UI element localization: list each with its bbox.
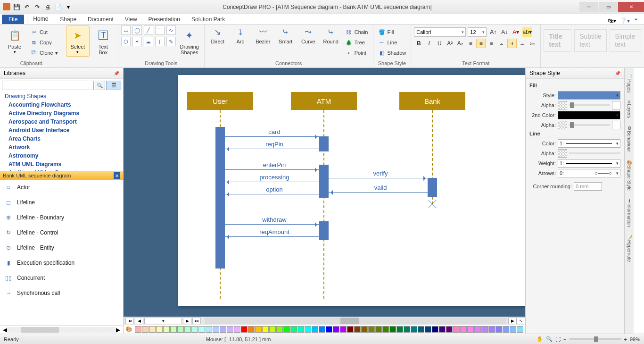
color-swatch[interactable] (206, 326, 212, 333)
color-swatch[interactable] (255, 326, 262, 333)
tree-item[interactable]: Aerospace and Transport (0, 117, 123, 126)
tool-star-icon[interactable]: ✶ (132, 37, 142, 46)
pan-icon[interactable]: ✋ (537, 336, 543, 342)
canvas[interactable]: User ATM Bank card reqPin enterPi (124, 68, 525, 317)
color-swatch[interactable] (361, 326, 368, 333)
side-tab-layers[interactable]: ≋Layers (626, 98, 633, 120)
arrows-combo[interactable]: 0:○───○ (558, 169, 620, 177)
font-family-combo[interactable]: Calibri (414, 27, 466, 37)
cut-button[interactable]: ✂Cut (28, 27, 60, 37)
store-icon[interactable]: 🛍▾ (608, 17, 616, 24)
tab-view[interactable]: View (119, 15, 143, 24)
connector-point[interactable]: •Point (343, 48, 370, 58)
color-swatch[interactable] (517, 326, 523, 333)
color-swatch[interactable] (283, 326, 290, 333)
second-color-combo[interactable] (558, 111, 620, 119)
line-weight-combo[interactable]: 1: (558, 159, 620, 168)
stencil-lifeline-entity[interactable]: ⊙Lifeline - Entity (0, 240, 123, 255)
color-swatch[interactable] (432, 326, 438, 333)
qat-save-icon[interactable]: 💾 (12, 3, 21, 11)
qat-copy-icon[interactable]: 📄 (54, 3, 62, 11)
msg-arrow[interactable] (225, 136, 319, 137)
close-section-icon[interactable]: ✕ (114, 172, 120, 179)
library-tree[interactable]: Drawing Shapes Accounting Flowcharts Act… (0, 92, 123, 171)
color-swatch[interactable] (290, 326, 297, 333)
left-hscroll[interactable]: ◀▶ (0, 325, 123, 334)
connector-tree[interactable]: 🌲Tree (343, 38, 370, 47)
stencil-lifeline-control[interactable]: ↻Lifeline - Control (0, 225, 123, 240)
side-tab-information[interactable]: ℹInformation (626, 196, 633, 229)
connector-curve[interactable]: ⤳Curve (298, 25, 319, 44)
color-swatch[interactable] (418, 326, 424, 333)
color-swatch[interactable] (213, 326, 219, 333)
zoom-out-icon[interactable]: − (563, 336, 566, 342)
underline-button[interactable]: U (435, 39, 444, 48)
connector-round[interactable]: ⤷Round (321, 25, 341, 44)
msg-arrow[interactable] (329, 178, 428, 178)
italic-button[interactable]: I (424, 39, 434, 48)
color-swatch[interactable] (156, 326, 163, 333)
color-swatch[interactable] (326, 326, 332, 333)
color-swatch[interactable] (262, 326, 269, 333)
color-swatch[interactable] (425, 326, 431, 333)
tree-item[interactable]: Active Directory Diagrams (0, 109, 123, 117)
shrink-font-icon[interactable]: A↓ (500, 27, 509, 37)
maximize-button[interactable]: ▭ (599, 2, 618, 12)
color-swatch[interactable] (503, 326, 509, 333)
side-tab-pages[interactable]: 📄Pages (626, 72, 633, 94)
zoom-slider[interactable] (570, 338, 621, 340)
tree-item[interactable]: Accounting Flowcharts (0, 101, 123, 109)
connector-arc[interactable]: ⤵Arc (230, 25, 251, 44)
subscript-button[interactable]: A₂ (455, 39, 465, 48)
msg-arrow[interactable] (225, 236, 319, 237)
zoom-in-icon[interactable]: + (624, 336, 627, 342)
bold-button[interactable]: B (414, 39, 423, 48)
connector-chain[interactable]: ⛓Chain (343, 27, 370, 37)
color-swatch[interactable] (495, 326, 502, 333)
msg-arrow[interactable] (225, 182, 319, 182)
color-swatch[interactable] (319, 326, 325, 333)
align-top-icon[interactable]: ⫠ (497, 39, 506, 48)
highlight-icon[interactable]: ab▾ (522, 27, 532, 37)
lifeline-user[interactable]: User (187, 92, 253, 110)
qat-app-icon[interactable] (3, 3, 10, 10)
activation-atm-1[interactable] (319, 136, 329, 151)
color-swatch[interactable] (149, 326, 156, 333)
scroll-sync-icon[interactable]: ⤡ (517, 318, 525, 324)
connector-direct[interactable]: ↘Direct (207, 25, 228, 44)
color-swatch[interactable] (312, 326, 318, 333)
pin-icon[interactable]: 📌 (615, 71, 620, 76)
tree-item[interactable]: Area Charts (0, 134, 123, 143)
lifeline-bank[interactable]: Bank (399, 92, 465, 110)
shadow-button[interactable]: ◧Shadow (376, 48, 408, 58)
side-tab-behaviour[interactable]: ⚙Behaviour (626, 124, 633, 154)
stencil-actor[interactable]: ☺Actor (0, 180, 123, 195)
tool-poly-icon[interactable]: ⬡ (121, 37, 131, 46)
side-tab-hypernote[interactable]: 📝Hypernote (626, 233, 633, 264)
color-swatch[interactable] (354, 326, 361, 333)
align-left-icon[interactable]: ≡ (466, 39, 475, 48)
color-swatch[interactable] (510, 326, 516, 333)
zoom-icon[interactable]: 🔍 (546, 336, 553, 342)
palette-picker-icon[interactable]: 🎨 (125, 326, 132, 333)
tree-item[interactable]: Astronomy (0, 151, 123, 160)
tab-home[interactable]: Home (27, 14, 54, 24)
msg-arrow[interactable] (225, 224, 319, 225)
qat-dropdown-icon[interactable]: ▾ (64, 3, 73, 11)
align-bottom-icon[interactable]: ⫠ (518, 39, 527, 48)
color-swatch[interactable] (389, 326, 396, 333)
bullets-icon[interactable]: ≔ (528, 39, 537, 48)
align-middle-icon[interactable]: ⫞ (507, 39, 517, 48)
collapse-ribbon-icon[interactable]: ⌃ (634, 17, 638, 24)
activation-atm-3[interactable] (319, 221, 329, 240)
fill-style-combo[interactable] (558, 91, 620, 100)
color-swatch[interactable] (297, 326, 304, 333)
color-swatch[interactable] (241, 326, 248, 333)
connector-smart[interactable]: ⤷Smart (275, 25, 296, 44)
library-section-header[interactable]: Bank UML sequence diagram ✕ (0, 171, 123, 180)
stencil-lifeline[interactable]: ◻Lifeline (0, 195, 123, 210)
tree-item[interactable]: Android User Interface (0, 126, 123, 134)
tool-arc-icon[interactable]: ⌒ (155, 25, 165, 35)
drawing-shapes-button[interactable]: ✦ Drawing Shapes (178, 25, 201, 58)
color-swatch[interactable] (220, 326, 226, 333)
